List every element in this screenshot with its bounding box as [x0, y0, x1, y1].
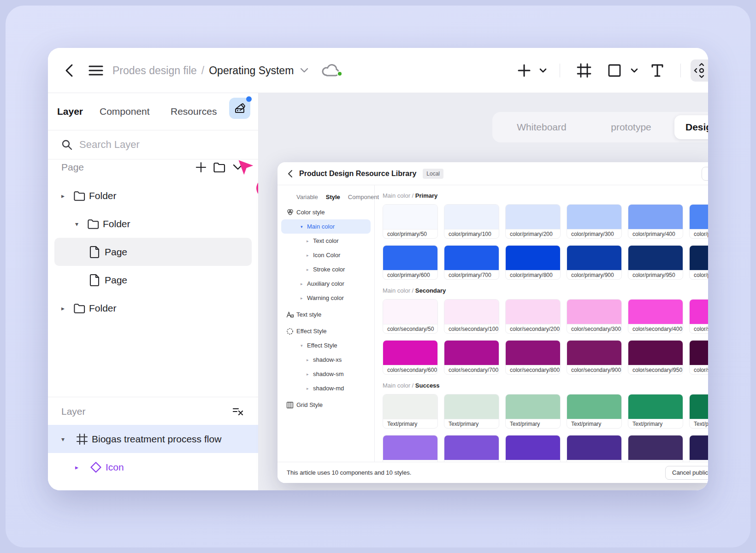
clipped-header-button[interactable]	[702, 167, 708, 181]
caret-right-icon[interactable]: ▸	[75, 464, 90, 471]
page-item-page[interactable]: Page	[54, 238, 252, 266]
color-style-card[interactable]: color/primary/50	[383, 204, 438, 239]
color-style-card[interactable]: color/s	[689, 340, 708, 375]
color-swatch	[506, 394, 560, 419]
breadcrumb[interactable]: Prodes design file / Operating System	[112, 48, 341, 93]
style-nav-icon-color[interactable]: ▸Icon Color	[281, 248, 371, 262]
sidebar-tab-resources[interactable]: Resources	[171, 106, 217, 117]
style-nav-auxiliary-color[interactable]: ▸Auxiliary color	[281, 276, 371, 291]
color-style-card[interactable]: color/s	[689, 299, 708, 334]
layer-item-biogas-treatment-process-flow[interactable]: ▾Biogas treatment process flow	[48, 425, 258, 453]
style-nav-shadow-md[interactable]: ▸shadow-md	[281, 381, 371, 395]
page-item-folder[interactable]: ▾Folder	[54, 210, 252, 238]
component-swap-tool-icon[interactable]	[690, 48, 708, 93]
modal-back-icon[interactable]	[288, 170, 293, 178]
style-nav-effect-style[interactable]: Effect Style	[281, 324, 371, 338]
swatch-label: Text/primary	[567, 419, 621, 429]
caret-down-icon[interactable]: ▾	[61, 435, 76, 443]
add-tool-icon[interactable]	[515, 48, 533, 93]
color-style-card[interactable]: color/p	[689, 245, 708, 280]
color-style-card[interactable]: Text/primary	[567, 394, 622, 429]
color-style-card[interactable]: color/primary/600	[383, 245, 438, 280]
color-style-card[interactable]: color/primary/200	[505, 204, 561, 239]
mode-tab-prototype[interactable]: prototype	[588, 115, 674, 139]
add-page-icon[interactable]	[192, 158, 210, 176]
color-style-card[interactable]: color/primary/300	[567, 204, 622, 239]
layer-item-icon[interactable]: ▸Icon	[48, 453, 258, 481]
add-tool-chevron-icon[interactable]	[537, 48, 549, 93]
color-style-card[interactable]: color/secondary/50	[383, 299, 438, 334]
color-style-card[interactable]: color/primary/700	[444, 245, 499, 280]
color-style-card[interactable]	[444, 435, 499, 462]
color-style-card[interactable]: color/secondary/950	[628, 340, 683, 375]
color-style-card[interactable]: color/primary/400	[628, 204, 683, 239]
color-style-card[interactable]: Text/primary	[444, 394, 499, 429]
style-nav-main-color[interactable]: ▾Main color	[281, 219, 371, 234]
caret-down-icon[interactable]: ▾	[75, 220, 87, 228]
component-icon	[90, 461, 106, 473]
menu-icon[interactable]	[85, 48, 107, 93]
style-nav-grid-style[interactable]: Grid Style	[281, 398, 371, 412]
caret-right-icon[interactable]: ▸	[61, 305, 73, 312]
text-tool-icon[interactable]	[647, 48, 667, 93]
color-style-card[interactable]: Text/p	[689, 394, 708, 429]
collapse-layers-icon[interactable]	[229, 402, 247, 421]
page-item-folder[interactable]: ▸Folder	[54, 182, 252, 210]
add-folder-icon[interactable]	[210, 158, 229, 176]
topbar: Prodes design file / Operating System	[48, 48, 708, 93]
style-nav-effect-style[interactable]: ▾Effect Style	[281, 338, 371, 353]
page-item-page[interactable]: Page	[54, 266, 252, 294]
color-style-card[interactable]: color/secondary/700	[444, 340, 499, 375]
style-nav-color-style[interactable]: Color style	[281, 205, 371, 219]
style-nav-shadow-sm[interactable]: ▸shadow-sm	[281, 367, 371, 381]
style-nav-text-style[interactable]: Text style	[281, 307, 371, 322]
section-label: Main color / Primary	[383, 191, 708, 200]
color-style-card[interactable]: color/secondary/800	[505, 340, 561, 375]
caret-right-icon[interactable]: ▸	[61, 192, 73, 200]
color-style-card[interactable]: color/primary/900	[567, 245, 622, 280]
mode-tab-design[interactable]: Design	[674, 115, 708, 139]
color-style-card[interactable]	[689, 435, 708, 462]
color-style-card[interactable]: Text/primary	[505, 394, 561, 429]
color-style-card[interactable]: color/primary/950	[628, 245, 683, 280]
color-style-card[interactable]: color/secondary/900	[567, 340, 622, 375]
back-icon[interactable]	[60, 48, 78, 93]
shape-tool-chevron-icon[interactable]	[628, 48, 641, 93]
color-style-card[interactable]	[383, 435, 438, 462]
shape-tool-icon[interactable]	[604, 48, 625, 93]
modal-tab-variable[interactable]: Variable	[296, 194, 318, 200]
color-style-card[interactable]: color/primary/100	[444, 204, 499, 239]
modal-tab-component[interactable]: Component	[348, 194, 379, 200]
sidebar-tab-component[interactable]: Component	[100, 106, 150, 117]
color-style-card[interactable]: color/secondary/100	[444, 299, 499, 334]
search-input[interactable]	[79, 139, 227, 151]
chevron-down-icon[interactable]	[300, 68, 308, 73]
color-style-card[interactable]: color/secondary/600	[383, 340, 438, 375]
color-style-card[interactable]	[567, 435, 622, 462]
style-nav-shadow-xs[interactable]: ▸shadow-xs	[281, 353, 371, 367]
color-swatch	[444, 205, 499, 229]
color-style-card[interactable]: color/secondary/300	[567, 299, 622, 334]
color-style-card[interactable]: color/secondary/200	[505, 299, 561, 334]
color-style-card[interactable]	[505, 435, 561, 462]
color-style-card[interactable]: color/secondary/400	[628, 299, 683, 334]
style-nav-stroke-color[interactable]: ▸Stroke color	[281, 262, 371, 276]
cancel-publication-button[interactable]: Cancel publicat	[665, 466, 708, 480]
color-style-card[interactable]: Text/primary	[628, 394, 683, 429]
caret-right-icon: ▸	[307, 372, 313, 377]
collapse-pages-chevron-icon[interactable]	[229, 158, 247, 176]
page-item-folder[interactable]: ▸Folder	[54, 294, 252, 322]
frame-tool-icon[interactable]	[574, 48, 594, 93]
mode-tab-whiteboard[interactable]: Whiteboard	[496, 115, 588, 139]
color-style-card[interactable]: color/p	[689, 204, 708, 239]
color-style-card[interactable]: Text/primary	[383, 394, 438, 429]
resource-library-button[interactable]	[229, 98, 250, 119]
style-nav-warning-color[interactable]: ▸Warning color	[281, 291, 371, 305]
style-nav-text-color[interactable]: ▸Text color	[281, 234, 371, 248]
sidebar: LayerComponentResources Page	[48, 93, 259, 490]
sidebar-tab-layer[interactable]: Layer	[57, 106, 83, 117]
layer-item-rectangle[interactable]: Rectangle	[48, 481, 258, 490]
color-style-card[interactable]: color/primary/800	[505, 245, 561, 280]
color-style-card[interactable]	[628, 435, 683, 462]
modal-tab-style[interactable]: Style	[326, 194, 340, 200]
